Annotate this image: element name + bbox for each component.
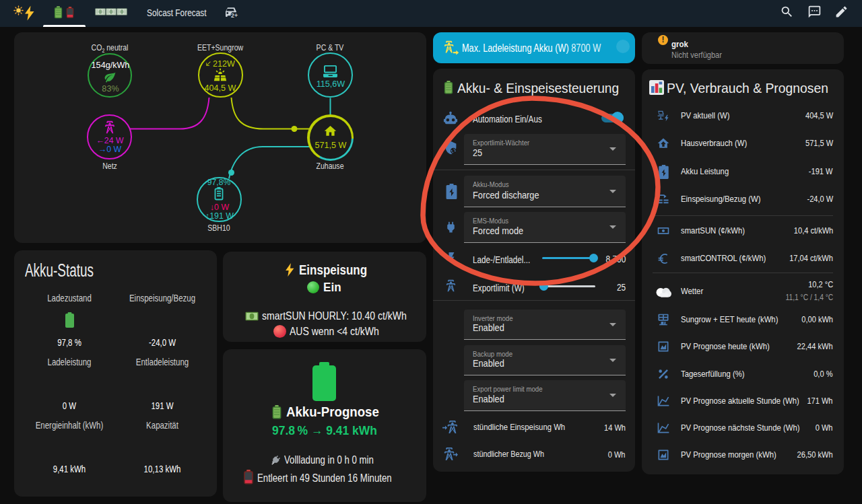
- svg-text:2+: 2+: [231, 12, 238, 19]
